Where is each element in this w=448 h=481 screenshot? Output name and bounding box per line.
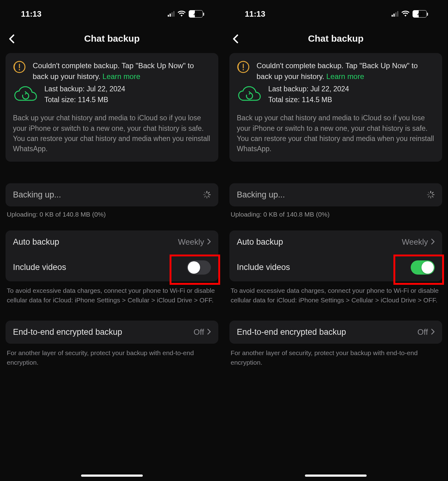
backup-info-card: Couldn't complete backup. Tap "Back Up N…	[229, 53, 442, 162]
e2e-backup-value: Off	[194, 327, 211, 337]
back-button[interactable]	[6, 33, 18, 45]
backup-settings-card: Auto backup Weekly Include videos	[229, 230, 442, 281]
alert-text: Couldn't complete backup. Tap "Back Up N…	[257, 60, 435, 82]
backup-description: Back up your chat history and media to i…	[237, 113, 435, 154]
include-videos-toggle[interactable]	[411, 260, 435, 275]
backing-up-card: Backing up...	[229, 183, 442, 206]
total-size-text: Total size: 114.5 MB	[44, 96, 108, 104]
auto-backup-label: Auto backup	[13, 237, 59, 247]
uploading-status: Uploading: 0 KB of 140.8 MB (0%)	[231, 211, 441, 218]
include-videos-row: Include videos	[229, 254, 442, 281]
page-title: Chat backup	[308, 33, 364, 44]
svg-line-15	[432, 192, 433, 193]
uploading-status: Uploading: 0 KB of 140.8 MB (0%)	[7, 211, 217, 218]
e2e-backup-card: End-to-end encrypted backup Off	[229, 321, 442, 344]
alert-text: Couldn't complete backup. Tap "Back Up N…	[33, 60, 211, 82]
total-size-text: Total size: 114.5 MB	[268, 96, 332, 104]
e2e-backup-row[interactable]: End-to-end encrypted backup Off	[229, 321, 442, 344]
nav-header: Chat backup	[6, 28, 218, 49]
battery-indicator: 44	[413, 10, 427, 18]
auto-backup-value-text: Weekly	[178, 237, 204, 247]
last-backup-text: Last backup: Jul 22, 2024	[268, 84, 349, 94]
svg-line-8	[204, 196, 206, 197]
learn-more-link[interactable]: Learn more	[326, 72, 364, 81]
svg-point-13	[243, 69, 244, 70]
e2e-value-text: Off	[417, 327, 428, 337]
svg-line-19	[428, 196, 430, 197]
include-videos-label: Include videos	[237, 263, 290, 272]
e2e-backup-value: Off	[417, 327, 435, 337]
svg-line-10	[204, 192, 206, 193]
status-time: 11:13	[21, 9, 42, 19]
home-indicator[interactable]	[81, 475, 143, 477]
include-videos-row: Include videos	[6, 254, 218, 281]
svg-line-4	[208, 192, 209, 193]
cloud-sync-icon	[13, 85, 38, 103]
spinner-icon	[427, 191, 435, 199]
page-title: Chat backup	[84, 33, 140, 44]
chevron-right-icon	[431, 237, 435, 247]
last-backup-text: Last backup: Jul 22, 2024	[44, 84, 125, 94]
include-videos-label: Include videos	[13, 263, 66, 272]
cloud-sync-icon	[237, 85, 261, 103]
backup-status-lines: Last backup: Jul 22, 2024 Total size: 11…	[44, 84, 125, 105]
status-bar: 11:13 44	[229, 0, 442, 28]
backing-up-card: Backing up...	[6, 183, 218, 206]
battery-pct: 44	[194, 11, 199, 17]
settings-footer: To avoid excessive data charges, connect…	[7, 286, 217, 305]
e2e-backup-label: End-to-end encrypted backup	[13, 327, 122, 337]
chevron-right-icon	[431, 327, 435, 337]
status-bar: 11:13 44	[6, 0, 218, 28]
backup-info-card: Couldn't complete backup. Tap "Back Up N…	[6, 53, 218, 162]
e2e-footer: For another layer of security, protect y…	[7, 348, 217, 367]
auto-backup-value: Weekly	[178, 237, 211, 247]
wifi-icon	[401, 9, 409, 19]
backup-status-row: Last backup: Jul 22, 2024 Total size: 11…	[237, 84, 435, 105]
cellular-signal-icon	[168, 11, 175, 17]
svg-line-17	[432, 196, 433, 197]
e2e-backup-label: End-to-end encrypted backup	[237, 327, 346, 337]
backup-description: Back up your chat history and media to i…	[13, 113, 211, 154]
auto-backup-row[interactable]: Auto backup Weekly	[229, 230, 442, 254]
home-indicator[interactable]	[305, 475, 367, 477]
cellular-signal-icon	[392, 11, 398, 17]
status-time: 11:13	[245, 9, 265, 19]
backup-status-row: Last backup: Jul 22, 2024 Total size: 11…	[13, 84, 211, 105]
backup-alert: Couldn't complete backup. Tap "Back Up N…	[237, 60, 435, 82]
e2e-value-text: Off	[194, 327, 204, 337]
phone-panel-right: 11:13 44 Chat backup Couldn't complete b…	[224, 0, 448, 481]
learn-more-link[interactable]: Learn more	[102, 72, 140, 81]
battery-pct: 44	[417, 11, 423, 17]
backup-settings-card: Auto backup Weekly Include videos	[6, 230, 218, 281]
settings-footer: To avoid excessive data charges, connect…	[231, 286, 441, 305]
warning-icon	[13, 60, 26, 73]
warning-icon	[237, 60, 250, 73]
phone-panel-left: 11:13 44 Chat backup Couldn't complete b…	[0, 0, 224, 481]
chevron-right-icon	[207, 237, 211, 247]
spinner-icon	[203, 191, 211, 199]
svg-line-6	[208, 196, 209, 197]
svg-line-21	[428, 192, 430, 193]
e2e-footer: For another layer of security, protect y…	[231, 348, 441, 367]
battery-indicator: 44	[189, 10, 203, 18]
backup-status-lines: Last backup: Jul 22, 2024 Total size: 11…	[268, 84, 349, 105]
e2e-backup-row[interactable]: End-to-end encrypted backup Off	[6, 321, 218, 344]
e2e-backup-card: End-to-end encrypted backup Off	[6, 321, 218, 344]
status-right-cluster: 44	[392, 9, 427, 19]
auto-backup-value: Weekly	[402, 237, 435, 247]
auto-backup-row[interactable]: Auto backup Weekly	[6, 230, 218, 254]
include-videos-toggle[interactable]	[187, 260, 211, 275]
svg-point-2	[19, 69, 20, 70]
nav-header: Chat backup	[229, 28, 442, 49]
backing-up-label: Backing up...	[237, 190, 285, 200]
back-button[interactable]	[229, 33, 242, 45]
auto-backup-label: Auto backup	[237, 237, 283, 247]
status-right-cluster: 44	[168, 9, 203, 19]
chevron-right-icon	[207, 327, 211, 337]
auto-backup-value-text: Weekly	[402, 237, 428, 247]
backup-alert: Couldn't complete backup. Tap "Back Up N…	[13, 60, 211, 82]
backing-up-label: Backing up...	[13, 190, 61, 200]
wifi-icon	[178, 9, 186, 19]
